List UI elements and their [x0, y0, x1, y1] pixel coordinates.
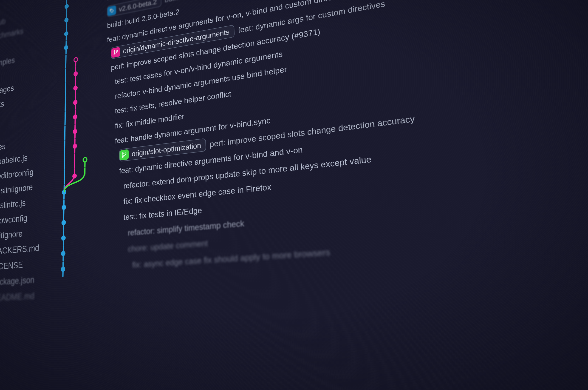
tree-item-label: LICENSE [0, 257, 23, 275]
commit-node-icon [72, 173, 77, 179]
commit-node-icon [73, 85, 78, 91]
commit-message-text: chore: update comment [128, 238, 208, 254]
commit-node-icon [65, 4, 69, 9]
commit-node-icon [61, 235, 66, 241]
tree-item-label: .flowconfig [0, 210, 28, 229]
file-tree: githubbenchmarksdistexamplesflowpackages… [0, 0, 62, 390]
tree-item-label: package.json [0, 272, 35, 290]
commit-node-icon [73, 129, 77, 134]
commit-node-icon [73, 144, 77, 149]
commit-node-icon [64, 45, 68, 50]
commit-node-icon [64, 17, 69, 23]
commit-node-icon [62, 220, 66, 225]
graph-lanes [58, 259, 103, 278]
git-branch-icon [111, 47, 120, 58]
tree-file[interactable]: README.md [0, 287, 58, 307]
commit-node-icon [75, 58, 77, 61]
tree-item-label: .gitignore [0, 226, 23, 244]
tree-item-label: test [0, 126, 0, 142]
commit-node-icon [73, 99, 78, 105]
commit-node-icon [61, 267, 66, 272]
commit-graph: build: build 2.6.0-beta.3build: fix feat… [54, 0, 588, 390]
tree-item-label: types [0, 139, 6, 156]
commit-node-icon [64, 31, 68, 36]
commit-node-icon [62, 190, 66, 195]
tree-item-label: README.md [0, 288, 35, 306]
tag-icon [108, 5, 116, 16]
svg-point-0 [111, 10, 111, 11]
commit-node-icon [62, 205, 66, 210]
commit-message: chore: update comment [128, 238, 208, 254]
commit-node-icon [84, 158, 86, 161]
git-branch-icon [119, 149, 129, 160]
commit-node-icon [73, 114, 78, 120]
commit-node-icon [74, 71, 78, 77]
commit-node-icon [61, 251, 66, 256]
